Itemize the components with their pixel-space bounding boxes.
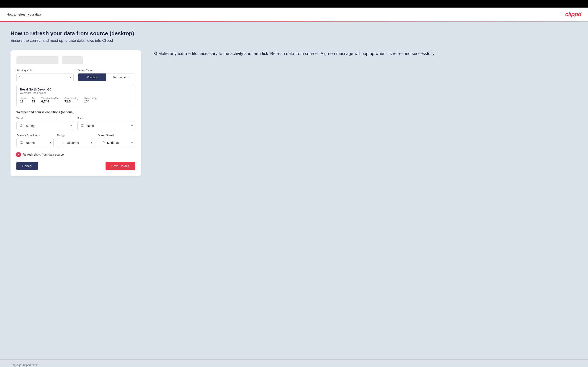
slope-rating-value: 134: [84, 100, 97, 103]
course-stat-slope-rating: Slope rating 134: [84, 97, 97, 103]
wind-label: Wind: [16, 117, 74, 120]
holes-value: 18: [20, 100, 26, 103]
svg-point-2: [21, 142, 22, 143]
yards-label: Yards/White (M)): [41, 97, 59, 100]
rain-select[interactable]: None ▾: [77, 121, 135, 130]
top-bar: [0, 0, 588, 8]
course-name: Royal North Devon GC,: [20, 88, 131, 91]
copyright-text: Copyright Clippd 2022: [10, 363, 38, 367]
holes-label: Holes: [20, 97, 26, 100]
yards-value: 6,744: [41, 100, 59, 103]
course-card: Royal North Devon GC, Westward Ho!, Engl…: [16, 85, 135, 106]
fairway-select[interactable]: Normal ▾: [16, 138, 54, 147]
tab-placeholder-2: [62, 56, 83, 64]
refresh-checkbox[interactable]: ✓: [16, 152, 21, 157]
header: How to refresh your data clippd: [0, 8, 588, 21]
refresh-checkbox-row: ✓ Refresh shots from data source: [16, 152, 135, 157]
fairway-label: Fairway Conditions: [16, 134, 54, 137]
rough-select[interactable]: Moderate ▾: [57, 138, 94, 147]
conditions-row-2: Fairway Conditions Normal: [16, 134, 135, 147]
tournament-button[interactable]: Tournament: [106, 74, 135, 81]
game-type-buttons: Practice Tournament: [78, 73, 135, 81]
rain-arrow-icon: ▾: [131, 124, 133, 127]
form-row-top: Starting Hole 1 10 ▾ Game Type Practice …: [16, 69, 135, 81]
green-speed-icon: [100, 140, 105, 145]
course-stat-yards: Yards/White (M)) 6,744: [41, 97, 59, 103]
fairway-arrow-icon: ▾: [50, 141, 51, 144]
game-type-label: Game Type: [78, 69, 135, 72]
par-value: 72: [32, 100, 35, 103]
footer: Copyright Clippd 2022: [0, 359, 588, 367]
page-heading: How to refresh your data from source (de…: [10, 30, 578, 37]
svg-point-0: [82, 125, 83, 126]
wind-value: Strong: [26, 124, 70, 127]
par-label: Par: [32, 97, 35, 100]
fairway-icon: [19, 140, 24, 145]
refresh-checkbox-label: Refresh shots from data source: [23, 153, 64, 156]
starting-hole-label: Starting Hole: [16, 69, 74, 72]
page-subheading: Ensure the correct and most up to date d…: [10, 38, 578, 43]
logo: clippd: [565, 11, 581, 18]
green-speed-arrow-icon: ▾: [131, 141, 133, 144]
checkmark-icon: ✓: [17, 153, 20, 156]
rough-arrow-icon: ▾: [91, 141, 92, 144]
rain-value: None: [87, 124, 131, 127]
green-speed-label: Green Speed: [98, 134, 135, 137]
rain-label: Rain: [77, 117, 135, 120]
course-stat-holes: Holes 18: [20, 97, 26, 103]
course-stats: Holes 18 Par 72 Yards/White (M)) 6,744 C…: [20, 97, 131, 103]
green-speed-value: Moderate: [107, 141, 131, 144]
fairway-value: Normal: [26, 141, 50, 144]
rough-label: Rough: [57, 134, 94, 137]
main-content: How to refresh your data from source (de…: [0, 22, 588, 359]
starting-hole-select[interactable]: 1 10: [17, 74, 73, 81]
course-stat-par: Par 72: [32, 97, 35, 103]
wind-select[interactable]: Strong ▾: [16, 121, 74, 130]
fairway-group: Fairway Conditions Normal: [16, 134, 54, 147]
course-rating-value: 72.5: [65, 100, 78, 103]
wind-group: Wind Strong ▾: [16, 117, 74, 130]
course-stat-course-rating: Course rating 72.5: [65, 97, 78, 103]
green-speed-select[interactable]: Moderate ▾: [98, 138, 135, 147]
rain-icon: [80, 123, 85, 128]
cancel-button[interactable]: Cancel: [16, 162, 38, 170]
save-details-button[interactable]: Save Details: [105, 162, 135, 170]
side-description: 3) Make any extra edits necessary to the…: [154, 50, 578, 57]
header-title: How to refresh your data: [7, 13, 41, 16]
course-location: Westward Ho!, England: [20, 92, 131, 94]
rough-group: Rough Moderate ▾: [57, 134, 94, 147]
tab-placeholder-1: [16, 56, 59, 64]
wind-icon: [19, 123, 24, 128]
rain-group: Rain None ▾: [77, 117, 135, 130]
rough-value: Moderate: [66, 141, 91, 144]
conditions-row-1: Wind Strong ▾ Rain: [16, 117, 135, 130]
wind-arrow-icon: ▾: [70, 124, 72, 127]
weather-section-heading: Weather and course conditions (optional): [16, 110, 135, 114]
starting-hole-group: Starting Hole 1 10 ▾: [16, 69, 74, 81]
content-area: Starting Hole 1 10 ▾ Game Type Practice …: [10, 50, 578, 176]
form-panel: Starting Hole 1 10 ▾ Game Type Practice …: [10, 50, 141, 176]
form-actions: Cancel Save Details: [16, 162, 135, 170]
game-type-group: Game Type Practice Tournament: [78, 69, 135, 81]
description-text: 3) Make any extra edits necessary to the…: [154, 50, 578, 57]
top-tabs-placeholder: [16, 56, 135, 64]
green-speed-group: Green Speed Moderate ▾: [98, 134, 135, 147]
practice-button[interactable]: Practice: [78, 74, 106, 81]
weather-section: Weather and course conditions (optional)…: [16, 110, 135, 147]
starting-hole-select-wrapper[interactable]: 1 10 ▾: [16, 73, 74, 81]
rough-icon: [59, 140, 65, 145]
slope-rating-label: Slope rating: [84, 97, 97, 100]
course-rating-label: Course rating: [65, 97, 78, 100]
